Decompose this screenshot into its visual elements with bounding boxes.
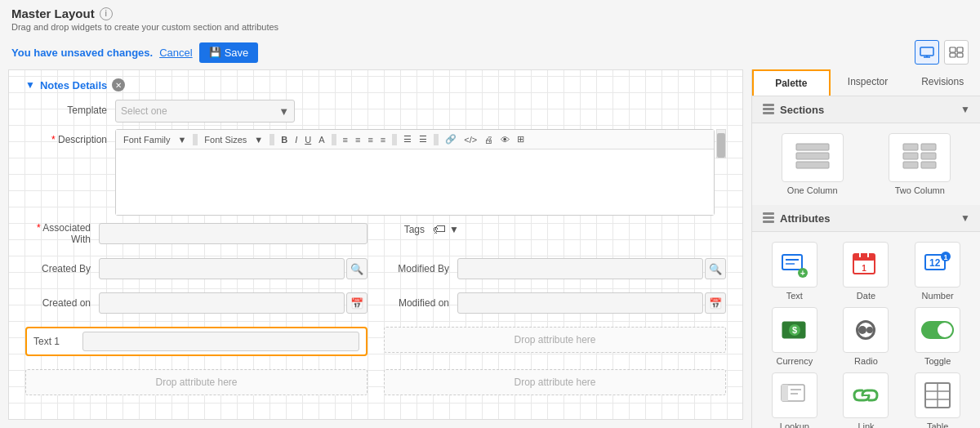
created-by-input[interactable] [99,258,345,279]
sections-header[interactable]: Sections ▼ [752,96,980,123]
col-right-1: Tags 🏷 ▼ [384,222,726,252]
created-on-calendar-button[interactable]: 📅 [346,292,368,314]
created-by-field: 🔍 [99,258,368,279]
font-family-selector[interactable]: Font Family [121,134,172,145]
font-size-arrow: ▼ [252,134,265,145]
tags-row: Tags 🏷 ▼ [384,222,726,237]
align-right-button[interactable]: ≡ [365,134,375,145]
unsaved-notice: You have unsaved changes. [11,47,153,59]
drop-zone-right-5[interactable]: Drop attribute here [384,369,726,395]
revisions-tab[interactable]: Revisions [905,69,980,96]
svg-text:1: 1 [944,253,948,261]
one-column-widget[interactable]: One Column [762,133,863,195]
print-button[interactable]: 🖨 [482,134,496,145]
align-center-button[interactable]: ≡ [353,134,363,145]
palette-tab[interactable]: Palette [752,69,831,96]
modified-by-search-button[interactable]: 🔍 [705,258,726,279]
two-col-row-1: Associated With Tags 🏷 ▼ [25,222,726,252]
drop-zone-left-5[interactable]: Drop attribute here [25,369,368,395]
cancel-button[interactable]: Cancel [159,47,192,59]
editor-scrollbar[interactable] [716,129,726,158]
description-row: Description Font Family ▼ Font Sizes ▼ B… [25,129,726,216]
link-widget[interactable]: Link [834,372,899,428]
align-left-button[interactable]: ≡ [341,134,350,145]
table-widget-label: Table [927,421,948,428]
radio-widget-icon-box [843,307,889,353]
text1-attribute-row: Text 1 [25,327,368,356]
rich-editor-body[interactable] [116,149,714,215]
tags-dropdown-arrow[interactable]: ▼ [449,224,459,235]
currency-widget[interactable]: $ Currency [762,307,827,366]
tags-control[interactable]: 🏷 ▼ [433,222,459,237]
desktop-view-button[interactable] [915,40,939,65]
bold-button[interactable]: B [278,134,290,145]
list-unordered-button[interactable]: ☰ [401,133,414,145]
underline-button[interactable]: U [302,134,314,145]
created-on-input[interactable] [99,292,345,314]
preview-button[interactable]: 👁 [498,134,512,145]
two-column-icon [889,133,951,182]
right-panel: Palette Inspector Revisions Sections ▼ [751,69,980,428]
svg-rect-10 [796,144,829,150]
save-button[interactable]: 💾 Save [199,42,259,63]
col-right-3: Modified on 📅 [384,292,726,320]
link-button[interactable]: 🔗 [443,133,459,145]
info-icon[interactable]: i [100,7,113,20]
attributes-header[interactable]: Attributes ▼ [752,205,980,232]
text-widget[interactable]: + Text [762,242,827,301]
modified-on-calendar-button[interactable]: 📅 [705,292,726,314]
italic-button[interactable]: I [292,134,300,145]
number-widget-icon-box: 12 1 [915,242,960,288]
desktop-icon [920,47,934,58]
section-collapse-toggle[interactable]: ▼ [25,79,35,91]
font-color-button[interactable]: A [316,134,327,145]
one-column-icon [782,133,844,182]
link-icon [851,381,880,410]
table-widget[interactable]: Table [905,372,970,428]
modified-on-input[interactable] [457,292,703,314]
created-on-field: 📅 [99,292,368,314]
link-widget-icon-box [843,372,889,418]
svg-rect-14 [921,144,936,150]
text1-input[interactable] [82,332,359,351]
two-column-widget[interactable]: Two Column [870,133,971,195]
associated-with-row: Associated With [25,222,368,245]
inspector-tab[interactable]: Inspector [831,69,906,96]
font-size-selector[interactable]: Font Sizes [202,134,249,145]
number-widget[interactable]: 12 1 Number [905,242,970,301]
template-select[interactable]: Select one ▼ [115,100,295,123]
lookup-icon [780,383,809,408]
lookup-widget[interactable]: Lookup [762,372,827,428]
radio-widget[interactable]: Radio [834,307,899,366]
drop-zone-right-4[interactable]: Drop attribute here [384,327,726,353]
grid-view-button[interactable] [944,40,969,65]
date-widget[interactable]: 1 Date [834,242,899,301]
text-widget-icon: + [780,250,809,279]
col-right-2: Modified By 🔍 [384,258,726,286]
modified-by-input[interactable] [457,258,703,279]
attributes-title: Attributes [762,212,830,225]
align-justify-button[interactable]: ≡ [378,134,388,145]
two-col-row-4: Text 1 Drop attribute here [25,327,726,363]
created-on-row: Created on 📅 [25,292,368,314]
sections-panel: Sections ▼ One Column [752,96,980,205]
created-by-search-button[interactable]: 🔍 [346,258,368,279]
lookup-widget-icon-box [772,372,817,418]
attributes-chevron: ▼ [960,212,970,224]
toggle-widget-icon-box [915,307,960,353]
col-left-5: Drop attribute here [25,369,368,402]
associated-with-input[interactable] [99,223,368,244]
svg-rect-28 [853,254,875,261]
col-left-4: Text 1 [25,327,368,363]
view-controls [915,40,969,65]
toggle-widget[interactable]: Toggle [905,307,970,366]
sections-icon [762,103,775,116]
modified-by-field: 🔍 [457,258,726,279]
section-close-button[interactable]: ✕ [112,78,125,91]
svg-text:$: $ [792,325,797,335]
code-button[interactable]: </> [461,134,479,145]
svg-rect-9 [763,112,774,114]
description-editor[interactable]: Font Family ▼ Font Sizes ▼ B I U A ≡ ≡ ≡ [115,129,715,216]
list-ordered-button[interactable]: ☰ [416,133,430,145]
table-button[interactable]: ⊞ [514,133,527,145]
